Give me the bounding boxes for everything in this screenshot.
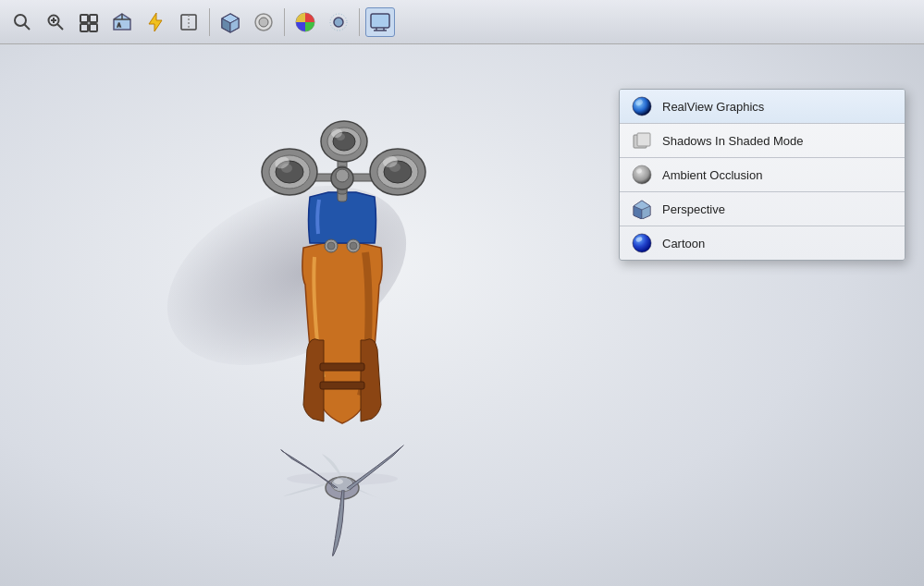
display-mode-dropdown: RealView Graphics Shadows In Shaded Mode (619, 89, 906, 261)
ambient-label: Ambient Occlusion (662, 168, 762, 182)
previous-view-button[interactable] (74, 7, 104, 37)
standard-views-button[interactable]: A (107, 7, 137, 37)
svg-marker-14 (149, 13, 162, 31)
cartoon-icon (631, 232, 653, 254)
realview-label: RealView Graphics (662, 100, 764, 114)
svg-point-0 (15, 15, 26, 26)
ambient-icon (631, 164, 653, 186)
perspective-label: Perspective (662, 202, 725, 216)
realview-icon (631, 95, 653, 117)
shaded-button[interactable] (216, 7, 245, 37)
toolbar: A (0, 0, 924, 44)
perspective-icon (631, 198, 653, 220)
svg-point-33 (334, 479, 343, 484)
svg-rect-63 (637, 133, 650, 146)
svg-rect-6 (80, 15, 88, 22)
menu-item-shadows[interactable]: Shadows In Shaded Mode (620, 124, 905, 157)
svg-line-3 (57, 24, 63, 30)
menu-item-perspective[interactable]: Perspective (620, 192, 905, 226)
svg-point-44 (336, 169, 349, 182)
svg-point-38 (327, 242, 335, 250)
svg-point-64 (633, 165, 651, 184)
color-scheme-button[interactable] (290, 7, 320, 37)
svg-rect-34 (320, 363, 364, 371)
svg-rect-8 (80, 24, 88, 31)
svg-point-24 (334, 18, 343, 27)
section-view-button[interactable] (174, 7, 203, 37)
svg-rect-9 (90, 24, 97, 31)
search-button[interactable] (7, 7, 37, 37)
separator-2 (284, 8, 285, 36)
svg-point-60 (633, 97, 651, 116)
shadows-icon (631, 129, 653, 152)
model-area (148, 81, 536, 580)
svg-line-1 (25, 24, 31, 30)
zoom-area-button[interactable] (41, 7, 70, 37)
viewport[interactable]: RealView Graphics Shadows In Shaded Mode (0, 44, 924, 586)
cartoon-label: Cartoon (662, 237, 705, 250)
svg-point-22 (259, 18, 268, 27)
scene-lighting-button[interactable] (324, 7, 353, 37)
view-fx-button[interactable] (141, 7, 170, 37)
display-mode-button[interactable] (365, 7, 395, 37)
separator-3 (359, 8, 360, 36)
svg-rect-35 (320, 382, 364, 389)
svg-rect-7 (90, 15, 97, 22)
shadows-label: Shadows In Shaded Mode (662, 134, 804, 148)
svg-point-70 (633, 234, 651, 252)
separator-1 (209, 8, 210, 36)
menu-item-ambient[interactable]: Ambient Occlusion (620, 158, 905, 191)
menu-item-realview[interactable]: RealView Graphics (620, 90, 905, 123)
3d-model (203, 100, 481, 580)
menu-item-cartoon[interactable]: Cartoon (620, 226, 905, 260)
svg-point-39 (350, 242, 357, 250)
hide-lines-button[interactable] (249, 7, 278, 37)
svg-rect-26 (371, 14, 389, 28)
